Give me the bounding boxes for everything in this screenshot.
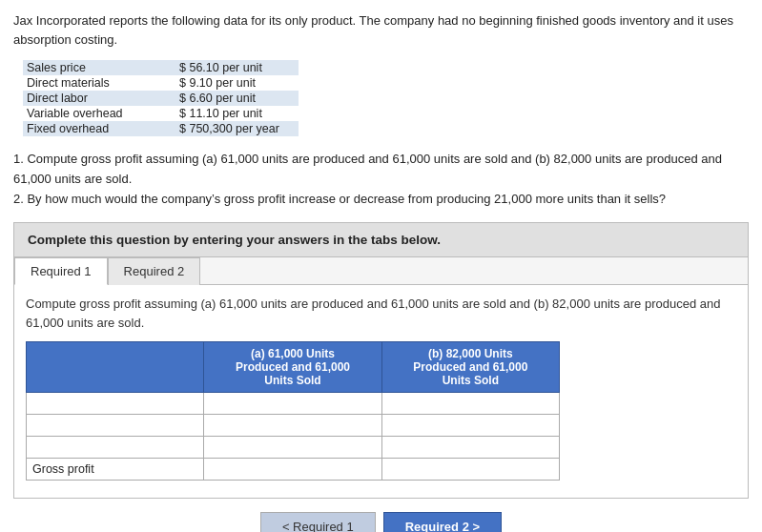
cost-value-1: $ 9.10 per unit — [175, 75, 299, 91]
row2-label — [27, 415, 204, 437]
row3-col-a[interactable] — [204, 437, 381, 459]
row3-col-a-input[interactable] — [210, 440, 375, 454]
col-label-header — [27, 342, 204, 393]
table-row — [27, 393, 560, 415]
answer-table-wrapper: (a) 61,000 Units Produced and 61,000 Uni… — [26, 341, 736, 481]
gross-profit-col-b-input[interactable] — [388, 462, 553, 476]
tab-required-1[interactable]: Required 1 — [14, 257, 108, 285]
row1-col-a-input[interactable] — [210, 397, 375, 410]
row1-col-b-input[interactable] — [388, 397, 553, 410]
tab-required-2[interactable]: Required 2 — [108, 257, 201, 285]
row1-col-a[interactable] — [204, 393, 381, 415]
col-b-header: (b) 82,000 Units Produced and 61,000 Uni… — [381, 342, 559, 393]
row2-col-b[interactable] — [381, 415, 559, 437]
next-button[interactable]: Required 2 > — [383, 512, 502, 532]
question-2: 2. By how much would the company’s gross… — [13, 190, 749, 210]
gross-profit-col-a-input[interactable] — [210, 462, 375, 476]
complete-box: Complete this question by entering your … — [13, 222, 749, 257]
cost-label-2: Direct labor — [23, 91, 175, 106]
tab1-description: Compute gross profit assuming (a) 61,000… — [26, 295, 736, 332]
tabs-area: Required 1 Required 2 Compute gross prof… — [13, 257, 749, 499]
cost-value-3: $ 11.10 per unit — [175, 106, 299, 121]
cost-value-2: $ 6.60 per unit — [175, 91, 299, 106]
intro-text: Jax Incorporated reports the following d… — [13, 11, 749, 49]
table-row — [27, 437, 560, 459]
gross-profit-label: Gross profit — [27, 459, 204, 481]
gross-profit-col-b[interactable] — [381, 459, 559, 481]
question-block: 1. Compute gross profit assuming (a) 61,… — [13, 150, 749, 209]
row2-col-a-input[interactable] — [210, 419, 375, 432]
gross-profit-row: Gross profit — [27, 459, 560, 481]
tabs-header: Required 1 Required 2 — [14, 257, 748, 285]
row1-label — [27, 393, 204, 415]
cost-label-3: Variable overhead — [23, 106, 175, 121]
row2-col-a[interactable] — [204, 415, 381, 437]
prev-button[interactable]: < Required 1 — [260, 512, 376, 532]
row3-col-b[interactable] — [381, 437, 559, 459]
row2-col-b-input[interactable] — [388, 419, 553, 432]
question-1: 1. Compute gross profit assuming (a) 61,… — [13, 150, 749, 190]
cost-label-1: Direct materials — [23, 75, 175, 91]
cost-label-0: Sales price — [23, 60, 175, 75]
cost-value-4: $ 750,300 per year — [175, 121, 299, 136]
gross-profit-col-a[interactable] — [204, 459, 381, 481]
answer-table: (a) 61,000 Units Produced and 61,000 Uni… — [26, 341, 560, 481]
cost-value-0: $ 56.10 per unit — [175, 60, 299, 75]
nav-buttons: < Required 1 Required 2 > — [13, 512, 749, 532]
tab1-content: Compute gross profit assuming (a) 61,000… — [14, 285, 748, 498]
table-row — [27, 415, 560, 437]
cost-label-4: Fixed overhead — [23, 121, 175, 136]
row3-label — [27, 437, 204, 459]
cost-data-table: Sales price$ 56.10 per unitDirect materi… — [23, 60, 749, 136]
row1-col-b[interactable] — [381, 393, 559, 415]
row3-col-b-input[interactable] — [388, 440, 553, 454]
col-a-header: (a) 61,000 Units Produced and 61,000 Uni… — [204, 342, 381, 393]
